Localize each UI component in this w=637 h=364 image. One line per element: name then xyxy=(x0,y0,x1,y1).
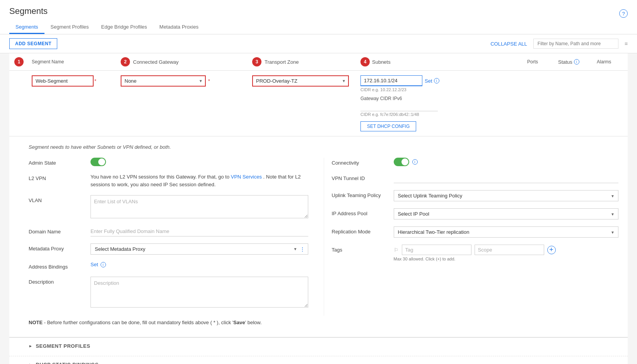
gateway-select[interactable]: None xyxy=(121,76,205,86)
l2vpn-text: You have no L2 VPN sessions for this Gat… xyxy=(91,174,229,180)
segment-name-input[interactable] xyxy=(32,75,94,87)
nav-tabs: Segments Segment Profiles Edge Bridge Pr… xyxy=(9,21,628,34)
subnet-inputs: Set i CIDR e.g. 10.22.12.2/23 Gateway CI… xyxy=(360,75,439,131)
segment-row: * None ▼ * PROD-Overlay-TZ xyxy=(9,71,628,136)
tags-row: Tags ⚐ + Max 30 allowed. Click (+) to ad… xyxy=(332,245,619,261)
tags-inputs: ⚐ + xyxy=(394,245,619,255)
main-content: 1 Segment Name 2 Connected Gateway 3 Tra… xyxy=(0,53,637,364)
gateway-cidr-section: Gateway CIDR IPv6 CIDR e.g. fc7e:f206:db… xyxy=(360,96,439,131)
tab-segment-profiles[interactable]: Segment Profiles xyxy=(44,21,95,34)
form-grid: Admin State L2 VPN You have no L2 VPN xyxy=(29,158,618,316)
step-badge-3: 3 xyxy=(252,57,261,66)
admin-state-toggle[interactable] xyxy=(91,158,106,166)
transport-zone-value: PROD-Overlay-TZ xyxy=(253,76,342,86)
gateway-cidr-label: Gateway CIDR IPv6 xyxy=(360,96,439,101)
admin-state-label: Admin State xyxy=(29,158,91,166)
l2vpn-row: L2 VPN You have no L2 VPN sessions for t… xyxy=(29,173,308,188)
step-col-1: 1 xyxy=(9,57,29,66)
step-badge-4: 4 xyxy=(360,57,370,66)
subnet-input[interactable] xyxy=(360,75,422,86)
set-dhcp-button[interactable]: SET DHCP CONFIG xyxy=(360,121,416,131)
description-row: Description xyxy=(29,277,308,309)
col-header-ports: Ports xyxy=(527,59,558,65)
replication-mode-row: Replication Mode Hierarchical Two-Tier r… xyxy=(332,226,619,238)
address-bindings-control: Set i xyxy=(91,262,308,267)
metadata-proxy-dots[interactable]: ⋮ xyxy=(300,246,305,252)
connectivity-toggle[interactable] xyxy=(394,158,409,166)
col-header-gateway: 2 Connected Gateway xyxy=(118,57,249,66)
gateway-cidr-input[interactable] xyxy=(360,103,438,111)
transport-wrapper[interactable]: PROD-Overlay-TZ ▼ xyxy=(252,75,349,87)
vlan-label: VLAN xyxy=(29,195,91,203)
filter-input[interactable] xyxy=(533,39,618,49)
ip-address-pool-row: IP Address Pool Select IP Pool ▼ xyxy=(332,208,619,219)
gateway-wrapper: None ▼ xyxy=(121,75,206,87)
connectivity-row: Connectivity i xyxy=(332,158,619,166)
cidr-hint: CIDR e.g. 10.22.12.2/23 xyxy=(360,87,439,92)
set-label: Set xyxy=(425,78,432,84)
status-info-icon[interactable]: i xyxy=(574,59,579,65)
replication-mode-label: Replication Mode xyxy=(332,226,394,235)
replication-mode-control: Hierarchical Two-Tier replication ▼ xyxy=(394,226,619,238)
vlan-input[interactable] xyxy=(91,195,308,218)
admin-state-row: Admin State xyxy=(29,158,308,166)
domain-name-row: Domain Name xyxy=(29,226,308,236)
transport-dropdown-arrow: ▼ xyxy=(342,79,348,83)
form-right: Connectivity i xyxy=(324,158,619,316)
add-segment-button[interactable]: ADD SEGMENT xyxy=(9,38,57,49)
collapse-all-button[interactable]: COLLAPSE ALL xyxy=(490,41,527,47)
page-header: Segments ? Segments Segment Profiles Edg… xyxy=(0,0,637,34)
vlan-control xyxy=(91,195,308,219)
segment-name-col: * xyxy=(29,75,118,87)
tab-edge-bridge-profiles[interactable]: Edge Bridge Profiles xyxy=(95,21,154,34)
filter-icon: ≡ xyxy=(625,41,628,47)
warning-message: Segment needs to have either Subnets or … xyxy=(29,144,618,150)
table-header: 1 Segment Name 2 Connected Gateway 3 Tra… xyxy=(9,53,628,71)
ip-address-pool-control: Select IP Pool ▼ xyxy=(394,208,619,219)
connectivity-info-icon[interactable]: i xyxy=(412,159,418,165)
gateway-col: None ▼ * xyxy=(118,75,249,87)
col-header-transport: 3 Transport Zone xyxy=(249,57,357,66)
note-text: NOTE - Before further configurations can… xyxy=(29,320,618,325)
connectivity-toggle-row: i xyxy=(394,158,619,166)
vpn-tunnel-id-input[interactable] xyxy=(394,173,619,183)
address-bindings-info-icon[interactable]: i xyxy=(101,262,106,267)
dhcp-static-header[interactable]: ► DHCP STATIC BINDINGS xyxy=(29,360,618,364)
uplink-teaming-select[interactable]: Select Uplink Teaming Policy xyxy=(394,190,619,201)
ip-pool-select[interactable]: Select IP Pool xyxy=(394,208,619,219)
segment-name-required: * xyxy=(94,78,96,84)
address-bindings-label: Address Bindings xyxy=(29,262,91,270)
vpn-tunnel-id-row: VPN Tunnel ID xyxy=(332,173,619,183)
col-header-status: Status i xyxy=(558,59,597,65)
replication-mode-select[interactable]: Hierarchical Two-Tier replication xyxy=(394,226,619,238)
domain-name-input[interactable] xyxy=(91,226,308,236)
metadata-proxy-select[interactable]: Select Metadata Proxy xyxy=(91,243,308,255)
segment-profiles-header[interactable]: ► SEGMENT PROFILES xyxy=(29,342,618,350)
tag-add-button[interactable]: + xyxy=(547,246,556,254)
transport-col: PROD-Overlay-TZ ▼ xyxy=(249,75,357,87)
form-left: Admin State L2 VPN You have no L2 VPN xyxy=(29,158,324,316)
uplink-teaming-label: Uplink Teaming Policy xyxy=(332,190,394,198)
tag-limit-text: Max 30 allowed. Click (+) to add. xyxy=(394,257,619,261)
tag-input[interactable] xyxy=(402,245,471,255)
tags-control: ⚐ + Max 30 allowed. Click (+) to add. xyxy=(394,245,619,261)
vpn-services-link[interactable]: VPN Services xyxy=(231,174,262,180)
vpn-tunnel-id-control xyxy=(394,173,619,183)
col-header-subnets: 4 Subnets xyxy=(357,57,527,66)
toolbar-right: COLLAPSE ALL ≡ xyxy=(490,39,628,49)
set-button[interactable]: Set i xyxy=(425,78,439,84)
description-label: Description xyxy=(29,277,91,285)
help-icon[interactable]: ? xyxy=(619,9,628,18)
description-input[interactable] xyxy=(91,277,308,308)
toolbar: ADD SEGMENT COLLAPSE ALL ≡ xyxy=(0,34,637,53)
vpn-tunnel-id-label: VPN Tunnel ID xyxy=(332,173,394,181)
segment-profiles-label: SEGMENT PROFILES xyxy=(36,343,90,349)
tab-segments[interactable]: Segments xyxy=(9,21,44,34)
l2vpn-control: You have no L2 VPN sessions for this Gat… xyxy=(91,173,308,188)
scope-input[interactable] xyxy=(475,245,544,255)
address-bindings-set-link[interactable]: Set xyxy=(91,262,98,267)
tab-metadata-proxies[interactable]: Metadata Proxies xyxy=(153,21,205,34)
connectivity-control: i xyxy=(394,158,619,166)
col-header-segment-name: Segment Name xyxy=(29,59,118,65)
subnet-info-icon[interactable]: i xyxy=(434,78,439,83)
